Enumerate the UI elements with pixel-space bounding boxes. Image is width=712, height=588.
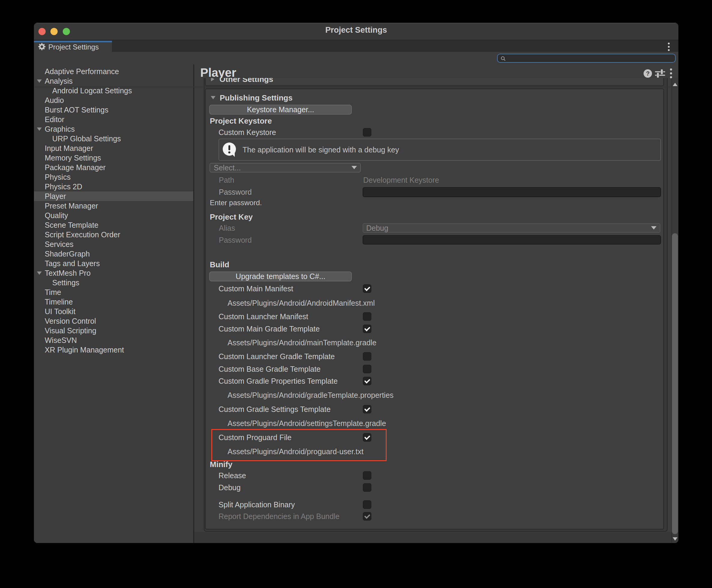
svg-text:?: ? [646,70,650,77]
